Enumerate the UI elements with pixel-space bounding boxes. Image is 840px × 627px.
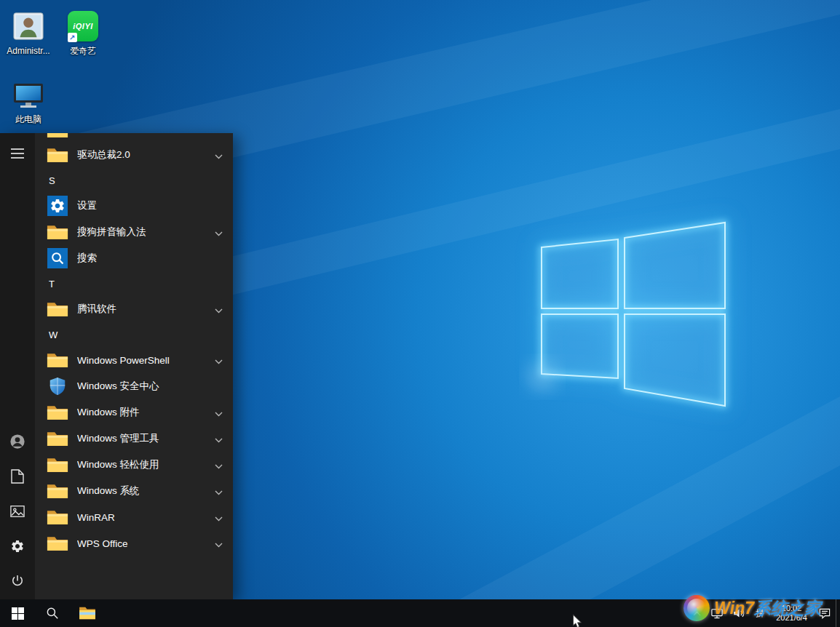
- app-label: Windows 附件: [77, 406, 212, 419]
- iqiyi-icon: iQIYI ↗: [66, 9, 100, 44]
- gear-icon: [10, 539, 25, 554]
- taskbar-clock[interactable]: 10:02 2021/6/4: [769, 604, 814, 623]
- folder-icon: [47, 222, 68, 242]
- app-label: WinRAR: [77, 512, 212, 523]
- action-center-icon: [819, 608, 831, 619]
- start-menu-rail: [0, 133, 35, 599]
- network-icon: [711, 608, 723, 619]
- show-desktop-button[interactable]: [836, 599, 840, 627]
- hamburger-icon: [11, 148, 24, 159]
- app-label: 搜索: [77, 252, 223, 265]
- action-center-button[interactable]: [814, 599, 836, 627]
- app-list-item[interactable]: 设置: [35, 193, 233, 219]
- clock-time: 10:02: [776, 604, 807, 613]
- expand-menu-button[interactable]: [0, 136, 35, 171]
- app-label: Windows 管理工具: [77, 432, 212, 445]
- shortcut-arrow-icon: ↗: [68, 33, 77, 42]
- chevron-down-icon[interactable]: [212, 151, 223, 159]
- desktop-icon-administrator[interactable]: Administr...: [1, 9, 56, 56]
- power-button[interactable]: [0, 564, 35, 599]
- power-icon: [10, 574, 25, 588]
- app-label: 腾讯软件: [77, 303, 212, 316]
- pictures-button[interactable]: [0, 494, 35, 529]
- folder-icon: [47, 145, 68, 165]
- file-explorer-icon: [79, 606, 96, 620]
- app-label: Windows 安全中心: [77, 380, 223, 393]
- app-list-item-partial[interactable]: [35, 133, 233, 142]
- app-list-section-header[interactable]: T: [35, 271, 233, 296]
- chevron-down-icon[interactable]: [212, 487, 223, 495]
- user-account-icon: [11, 9, 46, 44]
- chevron-down-icon[interactable]: [212, 409, 223, 417]
- folder-icon: [47, 533, 68, 554]
- this-pc-icon: [11, 77, 46, 112]
- folder-icon: [47, 507, 68, 527]
- app-list-item[interactable]: Windows 管理工具: [35, 426, 233, 452]
- app-list-item[interactable]: Windows 系统: [35, 478, 233, 504]
- chevron-down-icon[interactable]: [212, 540, 223, 548]
- file-explorer-button[interactable]: [70, 599, 105, 627]
- folder-icon: [47, 481, 68, 501]
- system-tray: 拼 10:02 2021/6/4: [688, 599, 840, 627]
- chevron-down-icon[interactable]: [212, 461, 223, 469]
- taskbar-search-button[interactable]: [35, 599, 70, 627]
- desktop-icon-label: Administr...: [1, 46, 56, 56]
- chevron-up-icon: [693, 611, 701, 616]
- documents-button[interactable]: [0, 459, 35, 494]
- ime-indicator[interactable]: 拼: [750, 599, 769, 627]
- desktop-icon-iqiyi[interactable]: iQIYI ↗ 爱奇艺: [55, 9, 111, 56]
- app-list-item[interactable]: 腾讯软件: [35, 296, 233, 322]
- start-button[interactable]: [0, 599, 35, 627]
- section-letter: T: [49, 279, 55, 289]
- app-list-section-header[interactable]: S: [35, 168, 233, 193]
- desktop[interactable]: Administr... iQIYI ↗ 爱奇艺 此电脑: [0, 0, 840, 627]
- shield-icon: [47, 376, 68, 396]
- app-list-item[interactable]: Windows 轻松使用: [35, 452, 233, 478]
- app-list-item[interactable]: WinRAR: [35, 504, 233, 530]
- start-app-list: 驱动总裁2.0S设置搜狗拼音输入法搜索T腾讯软件WWindows PowerSh…: [35, 133, 233, 599]
- app-list-section-header[interactable]: W: [35, 322, 233, 347]
- user-account-button[interactable]: [0, 424, 35, 459]
- iqiyi-logo-text: iQIYI: [73, 22, 93, 31]
- start-menu: 驱动总裁2.0S设置搜狗拼音输入法搜索T腾讯软件WWindows PowerSh…: [0, 133, 233, 599]
- app-list-item[interactable]: Windows 安全中心: [35, 373, 233, 399]
- chevron-down-icon[interactable]: [212, 356, 223, 364]
- app-list-item[interactable]: 搜索: [35, 245, 233, 271]
- clock-date: 2021/6/4: [776, 613, 807, 623]
- windows-logo-icon: [12, 607, 24, 620]
- user-icon: [9, 434, 25, 450]
- network-tray-button[interactable]: [706, 599, 728, 627]
- folder-icon: [47, 133, 68, 142]
- settings-tile-icon: [47, 196, 68, 216]
- app-label: WPS Office: [77, 538, 212, 549]
- app-list-item[interactable]: 搜狗拼音输入法: [35, 219, 233, 245]
- app-label: 搜狗拼音输入法: [77, 225, 212, 239]
- app-list-item[interactable]: Windows 附件: [35, 399, 233, 426]
- desktop-icon-this-pc[interactable]: 此电脑: [1, 77, 56, 124]
- chevron-down-icon[interactable]: [212, 514, 223, 522]
- app-label: Windows 系统: [77, 484, 212, 498]
- app-label: Windows PowerShell: [77, 355, 212, 366]
- folder-icon: [47, 350, 68, 370]
- app-list-item[interactable]: Windows PowerShell: [35, 347, 233, 373]
- volume-tray-button[interactable]: [728, 599, 750, 627]
- app-list-item[interactable]: 驱动总裁2.0: [35, 142, 233, 168]
- pictures-icon: [10, 505, 25, 518]
- section-letter: W: [49, 330, 58, 340]
- desktop-icon-label: 此电脑: [1, 114, 56, 124]
- folder-icon: [47, 402, 68, 423]
- tray-expand-button[interactable]: [688, 599, 706, 627]
- folder-icon: [47, 455, 68, 475]
- section-letter: S: [49, 175, 55, 186]
- app-label: 驱动总裁2.0: [77, 148, 212, 161]
- app-label: 设置: [77, 199, 223, 212]
- chevron-down-icon[interactable]: [212, 228, 223, 236]
- settings-button[interactable]: [0, 529, 35, 564]
- chevron-down-icon[interactable]: [212, 435, 223, 443]
- folder-icon: [47, 428, 68, 449]
- app-list-item[interactable]: WPS Office: [35, 530, 233, 556]
- app-label: Windows 轻松使用: [77, 458, 212, 471]
- search-tile-icon: [47, 248, 68, 268]
- chevron-down-icon[interactable]: [212, 305, 223, 314]
- speaker-icon: [733, 608, 745, 618]
